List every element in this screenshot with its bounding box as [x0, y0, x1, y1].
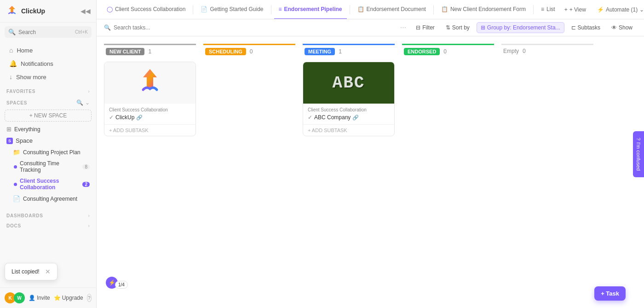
sidebar-item-notifications-label: Notifications: [21, 60, 53, 67]
docs-label: DOCS: [6, 223, 21, 228]
column-header-endorsed: ENDORSED 0: [402, 44, 494, 58]
sidebar-item-show-more-label: Show more: [16, 74, 46, 81]
doc-icon: 📄: [13, 195, 20, 202]
client-success-label: Client Success Collaboration: [20, 178, 80, 191]
docs-section[interactable]: DOCS ›: [0, 220, 96, 230]
tab-client-success-collaboration[interactable]: ◯ Client Success Collaboration: [102, 0, 190, 19]
sidebar-search-container[interactable]: 🔍 Ctrl+K: [5, 26, 92, 38]
favorites-section[interactable]: FAVORITES ›: [0, 86, 96, 96]
tab-endorsement-pipeline[interactable]: ≡ Endorsement Pipeline: [274, 0, 347, 19]
subtasks-button[interactable]: ⊏ Subtasks: [567, 22, 604, 33]
sidebar-item-everything[interactable]: ⊞ Everything: [0, 123, 96, 135]
upgrade-button[interactable]: ⭐ Upgrade: [54, 295, 83, 301]
group-button[interactable]: ⊞ Group by: Endorsement Sta...: [477, 22, 564, 33]
eye-icon: 👁: [611, 24, 617, 31]
sidebar-item-consulting-agreement[interactable]: 📄 Consulting Agreement: [0, 193, 96, 204]
check-icon-abc: ✓: [308, 114, 312, 121]
column-empty: Empty 0: [501, 44, 593, 301]
show-button[interactable]: 👁 Show: [607, 22, 637, 33]
sidebar-item-notifications[interactable]: 🔔 Notifications: [3, 57, 93, 70]
task-fab-button[interactable]: + Task: [594, 286, 626, 301]
add-view-button[interactable]: + + View: [561, 5, 590, 15]
sidebar-item-home[interactable]: ⌂ Home: [3, 44, 93, 57]
toast-message: List copied!: [12, 268, 40, 275]
card-title-abc: ✓ ABC Company 🔗: [308, 114, 390, 121]
link-icon-clickup: 🔗: [136, 115, 143, 121]
filter-button[interactable]: ⊟ Filter: [412, 22, 439, 33]
expand-spaces-icon[interactable]: ⌄: [85, 99, 90, 106]
tab-getting-started[interactable]: 📄 Getting Started Guide: [196, 0, 268, 19]
sidebar-header: ClickUp ◀◀: [0, 0, 96, 23]
card-image-clickup: [104, 62, 196, 104]
logo-text: ClickUp: [21, 7, 45, 15]
add-subtask-clickup[interactable]: + ADD SUBTASK: [104, 124, 196, 136]
column-new-client: NEW CLIENT 1: [104, 44, 196, 301]
column-header-scheduling: SCHEDULING 0: [203, 44, 295, 58]
card-abc[interactable]: ABC Client Success Collaboration ✓ ABC C…: [303, 62, 395, 136]
sort-button[interactable]: ⇅ Sort by: [442, 22, 474, 33]
toolbar: 🔍 ··· ⊟ Filter ⇅ Sort by ⊞ Group by: End…: [97, 19, 644, 36]
tab-endorsement-pipeline-label: Endorsement Pipeline: [284, 6, 342, 12]
doc-tab-icon: 📄: [201, 6, 207, 12]
sidebar-item-show-more[interactable]: ↓ Show more: [3, 70, 93, 83]
card-body-abc: Client Success Collaboration ✓ ABC Compa…: [303, 104, 394, 124]
automate-label: Automate (1): [606, 6, 638, 13]
sidebar-nav: ⌂ Home 🔔 Notifications ↓ Show more: [0, 41, 96, 86]
toast-close-button[interactable]: ✕: [45, 268, 51, 275]
nav-divider-1: [193, 5, 193, 14]
add-subtask-abc[interactable]: + ADD SUBTASK: [303, 124, 394, 136]
card-title-clickup: ✓ ClickUp 🔗: [109, 114, 191, 121]
status-badge-new-client: NEW CLIENT: [106, 48, 144, 55]
toast: List copied! ✕: [5, 263, 58, 280]
tab-getting-started-label: Getting Started Guide: [210, 6, 263, 12]
dashboards-label: DASHBOARDS: [6, 213, 43, 218]
more-options-icon[interactable]: ···: [398, 23, 408, 32]
clickup-logo[interactable]: ClickUp: [6, 5, 45, 17]
sidebar-item-consulting-time[interactable]: Consulting Time Tracking 8: [0, 158, 96, 175]
automate-chevron-icon: ⌄: [639, 6, 644, 13]
status-badge-meeting: MEETING: [305, 48, 335, 55]
plus-icon: +: [564, 6, 568, 13]
consulting-time-label: Consulting Time Tracking: [20, 160, 80, 173]
tab-list[interactable]: ≡ List: [536, 0, 560, 19]
invite-button[interactable]: 👤 Invite: [29, 295, 50, 301]
confused-tab[interactable]: ? I'm confused: [633, 131, 644, 177]
help-button[interactable]: ?: [87, 294, 92, 302]
col-count-new-client: 1: [148, 48, 151, 55]
task-search-input[interactable]: [114, 24, 183, 31]
col-count-meeting: 1: [339, 48, 342, 55]
tab-new-client-form[interactable]: 📋 New Client Endorsement Form: [437, 0, 530, 19]
task-fab-label: + Task: [601, 290, 619, 297]
question-icon: ?: [636, 137, 641, 140]
sidebar-item-consulting-project[interactable]: 📁 Consulting Project Plan: [0, 146, 96, 158]
person-icon: 👤: [29, 295, 35, 301]
sidebar-item-client-success[interactable]: Client Success Collaboration 2: [0, 175, 96, 193]
automate-button[interactable]: ⚡ Automate (1) ⌄: [593, 5, 644, 15]
card-subtitle-abc: Client Success Collaboration: [308, 107, 390, 112]
subtasks-label: Subtasks: [578, 24, 600, 31]
invite-label: Invite: [37, 295, 50, 301]
dashboards-section[interactable]: DASHBOARDS ›: [0, 210, 96, 220]
new-space-button[interactable]: + NEW SPACE: [5, 110, 92, 122]
search2-icon: 🔍: [104, 24, 111, 31]
group-icon: ⊞: [481, 24, 485, 31]
folder-icon: 📁: [13, 149, 20, 156]
client-success-badge: 2: [82, 182, 90, 187]
link-icon-abc: 🔗: [352, 115, 359, 121]
sidebar-bottom-bar: K W 👤 Invite ⭐ Upgrade ?: [0, 287, 96, 308]
search-input[interactable]: [18, 29, 72, 35]
column-scheduling: SCHEDULING 0: [203, 44, 295, 301]
favorites-chevron-icon: ›: [88, 88, 90, 94]
kanban-board: NEW CLIENT 1: [97, 36, 644, 308]
search-spaces-icon[interactable]: 🔍: [76, 99, 83, 106]
docs-chevron-icon: ›: [88, 223, 90, 228]
sidebar-collapse-button[interactable]: ◀◀: [80, 7, 91, 15]
status-label-empty: Empty: [503, 48, 519, 54]
task-search[interactable]: 🔍: [104, 24, 395, 31]
bolt-count: 1/4: [115, 281, 128, 289]
sidebar-item-space[interactable]: S Space: [0, 135, 96, 146]
tab-endorsement-document[interactable]: 📋 Endorsement Document: [353, 0, 431, 19]
card-clickup[interactable]: Client Success Collaboration ✓ ClickUp 🔗…: [104, 62, 196, 136]
tab-endorsement-document-label: Endorsement Document: [367, 6, 426, 12]
consulting-agreement-label: Consulting Agreement: [23, 196, 90, 202]
